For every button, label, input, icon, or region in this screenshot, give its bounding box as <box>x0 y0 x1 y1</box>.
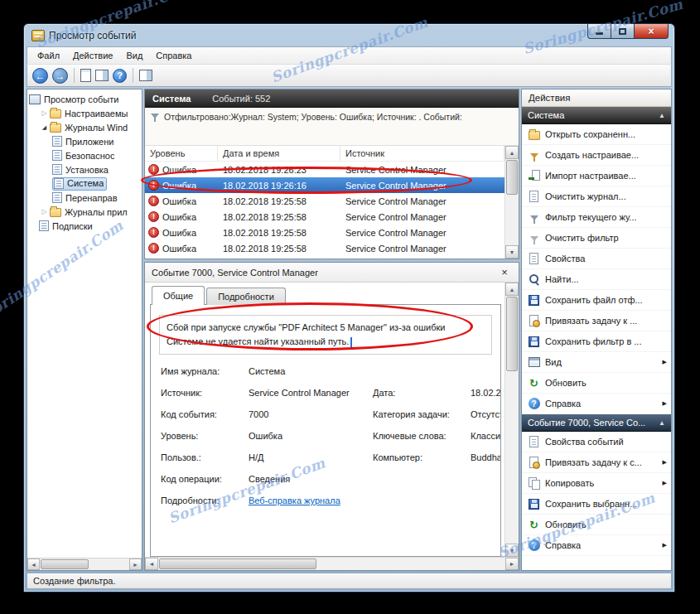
action-label: Справка <box>545 540 581 550</box>
menu-item-action[interactable]: Действие <box>66 49 119 62</box>
menu-item-help[interactable]: Справка <box>149 49 198 62</box>
scroll-left-button[interactable]: ◄ <box>145 558 158 570</box>
titlebar[interactable]: Просмотр событий × <box>27 24 672 46</box>
event-row-selected[interactable]: !Ошибка 18.02.2018 19:26:16 Service Cont… <box>145 177 504 193</box>
menu-item-file[interactable]: Файл <box>31 49 66 62</box>
event-row[interactable]: !Ошибка 18.02.2018 19:25:58 Service Cont… <box>145 193 504 209</box>
show-hide-tree-button[interactable] <box>95 70 109 81</box>
tree-horizontal-scrollbar[interactable]: ◄ ► <box>27 558 142 570</box>
scrollbar-thumb[interactable] <box>159 558 316 569</box>
column-header-datetime[interactable]: Дата и время <box>218 146 340 161</box>
actions-section-system-header[interactable]: Система ▲ <box>522 107 671 124</box>
help-icon: ? <box>117 70 123 80</box>
app-icon <box>31 30 45 41</box>
detail-horizontal-scrollbar[interactable]: ◄ ► <box>145 557 519 570</box>
scrollbar-thumb[interactable] <box>506 297 518 371</box>
collapse-section-icon[interactable]: ▲ <box>659 112 665 119</box>
arrow-left-icon: ◄ <box>31 562 36 568</box>
action-save-selected-events[interactable]: Сохранить выбранн... <box>522 494 671 515</box>
forward-button[interactable]: → <box>52 68 68 84</box>
close-icon: × <box>648 26 654 37</box>
back-button[interactable]: ← <box>32 68 48 84</box>
tree-item-application[interactable]: Приложени <box>27 134 142 148</box>
field-label: Пользов.: <box>161 452 249 462</box>
event-message-box[interactable]: Сбой при запуске службы "PDF Architect 5… <box>159 315 492 355</box>
submenu-arrow-icon: ▶ <box>663 400 667 407</box>
action-filter-current-log[interactable]: Фильтр текущего жу... <box>522 207 671 228</box>
event-row[interactable]: !Ошибка 18.02.2018 19:25:58 Service Cont… <box>145 225 504 240</box>
menu-item-view[interactable]: Вид <box>119 49 149 62</box>
collapse-section-icon[interactable]: ▲ <box>659 419 665 427</box>
event-log-online-help-link[interactable]: Веб-справка журнала <box>249 496 373 505</box>
action-event-properties[interactable]: Свойства событий <box>522 432 671 452</box>
expand-arrow-icon[interactable]: ▷ <box>39 208 50 215</box>
detail-vertical-scrollbar[interactable]: ▲ ▼ <box>504 283 519 557</box>
action-view[interactable]: Вид▶ <box>522 352 671 373</box>
events-table: Уровень Дата и время Источник !Ошибка 18… <box>145 146 519 259</box>
tab-general[interactable]: Общие <box>152 286 205 305</box>
detail-body: Общие Подробности Сбой при запуске служб… <box>145 283 519 557</box>
tree-item-root[interactable]: Просмотр событи <box>27 92 142 106</box>
field-value: 18.02.201 <box>471 388 500 398</box>
tree-item-subscriptions[interactable]: Подписки <box>27 219 142 233</box>
event-row[interactable]: !Ошибка 18.02.2018 19:25:58 Service Cont… <box>145 240 504 256</box>
action-help-event[interactable]: ?Справка▶ <box>522 535 671 556</box>
column-header-source[interactable]: Источник <box>340 146 504 161</box>
scroll-down-button[interactable]: ▼ <box>505 544 519 557</box>
tree-item-app-logs[interactable]: ▷ Журналы прил <box>27 205 142 219</box>
toolbar-help-button[interactable]: ? <box>113 69 127 83</box>
action-help[interactable]: ?Справка▶ <box>522 394 671 414</box>
close-button[interactable]: × <box>634 24 669 39</box>
scroll-right-button[interactable]: ► <box>505 558 519 570</box>
tree-item-setup[interactable]: Установка <box>27 162 142 176</box>
help-icon: ? <box>529 398 540 409</box>
action-find[interactable]: Найти... <box>522 269 671 290</box>
action-attach-task-to-log[interactable]: Привязать задачу к ... <box>522 311 671 331</box>
tree-item-custom-views[interactable]: ▷ Настраиваемы <box>27 106 142 120</box>
console-tree-button[interactable] <box>80 69 91 82</box>
scroll-up-button[interactable]: ▲ <box>505 283 519 296</box>
detail-close-button[interactable]: × <box>497 266 512 278</box>
scroll-right-button[interactable]: ► <box>129 558 142 570</box>
scroll-up-button[interactable]: ▲ <box>505 146 519 159</box>
scroll-left-button[interactable]: ◄ <box>27 558 40 570</box>
tree-item-system[interactable]: Система <box>27 176 142 191</box>
tree-item-security[interactable]: Безопаснос <box>27 148 142 162</box>
event-row[interactable]: !Ошибка 18.02.2018 19:25:58 Service Cont… <box>145 209 504 225</box>
events-log-name: Система <box>152 94 191 104</box>
scrollbar-thumb[interactable] <box>506 160 518 195</box>
events-vertical-scrollbar[interactable]: ▲ ▼ <box>504 146 519 259</box>
action-clear-log[interactable]: Очистить журнал... <box>522 186 671 207</box>
tab-details[interactable]: Подробности <box>206 288 286 305</box>
event-level: Ошибка <box>162 228 196 238</box>
actions-title: Действия <box>522 89 671 107</box>
tree-item-forwarded-events[interactable]: Перенаправ <box>27 191 142 205</box>
collapse-arrow-icon[interactable]: ◢ <box>39 124 50 131</box>
actions-section-event-header[interactable]: Событие 7000, Service Co... ▲ <box>522 414 671 432</box>
scrollbar-thumb[interactable] <box>41 559 89 569</box>
action-refresh-event[interactable]: ↻Обновить <box>522 515 671 535</box>
minimize-button[interactable] <box>587 24 611 39</box>
action-copy[interactable]: Копировать▶ <box>522 473 671 494</box>
action-attach-task-to-event[interactable]: Привязать задачу к с...▶ <box>522 452 671 473</box>
action-open-saved-log[interactable]: Открыть сохраненн... <box>522 124 671 145</box>
action-refresh[interactable]: ↻Обновить <box>522 373 671 394</box>
event-level: Ошибка <box>162 165 196 175</box>
filter-notification-bar[interactable]: Отфильтровано:Журнал: System; Уровень: О… <box>145 108 519 146</box>
scroll-down-button[interactable]: ▼ <box>505 245 519 259</box>
tree-item-windows-logs[interactable]: ◢ Журналы Wind <box>27 120 142 134</box>
event-datetime: 18.02.2018 19:26:16 <box>218 181 340 191</box>
action-clear-filter[interactable]: Очистить фильтр <box>522 228 671 249</box>
action-save-filter-to-view[interactable]: Сохранить фильтр в ... <box>522 331 671 352</box>
expand-arrow-icon[interactable]: ▷ <box>39 109 50 117</box>
action-import-custom-view[interactable]: Импорт настраивае... <box>522 166 671 186</box>
error-icon: ! <box>148 227 159 238</box>
action-save-filtered-log[interactable]: Сохранить файл отф... <box>522 290 671 311</box>
maximize-button[interactable] <box>611 24 634 39</box>
event-source: Service Control Manager <box>340 212 504 222</box>
column-header-level[interactable]: Уровень <box>145 146 218 161</box>
event-row[interactable]: !Ошибка 18.02.2018 19:26:23 Service Cont… <box>145 162 504 177</box>
action-pane-toggle-button[interactable] <box>139 70 152 81</box>
action-create-custom-view[interactable]: Создать настраивае... <box>522 145 671 166</box>
action-properties[interactable]: Свойства <box>522 249 671 269</box>
